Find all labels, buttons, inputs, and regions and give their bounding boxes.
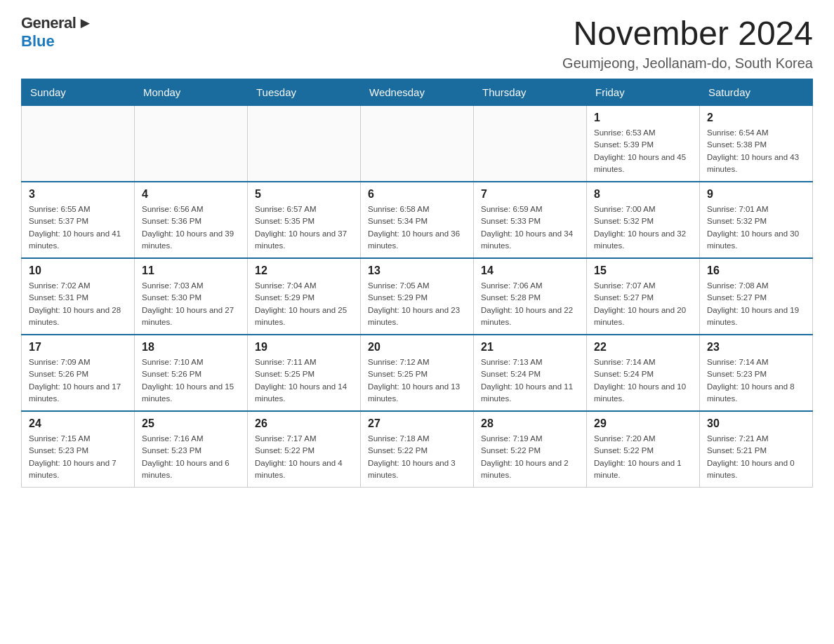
day-info: Sunrise: 7:15 AMSunset: 5:23 PMDaylight:…: [29, 433, 127, 481]
calendar-week-row: 24Sunrise: 7:15 AMSunset: 5:23 PMDayligh…: [22, 411, 813, 488]
calendar-cell: 18Sunrise: 7:10 AMSunset: 5:26 PMDayligh…: [135, 335, 248, 411]
calendar-cell: 19Sunrise: 7:11 AMSunset: 5:25 PMDayligh…: [248, 335, 361, 411]
calendar-cell: 11Sunrise: 7:03 AMSunset: 5:30 PMDayligh…: [135, 258, 248, 335]
calendar-cell: 25Sunrise: 7:16 AMSunset: 5:23 PMDayligh…: [135, 411, 248, 488]
calendar-cell: 4Sunrise: 6:56 AMSunset: 5:36 PMDaylight…: [135, 182, 248, 258]
day-info: Sunrise: 6:54 AMSunset: 5:38 PMDaylight:…: [707, 127, 805, 175]
calendar-cell: 14Sunrise: 7:06 AMSunset: 5:28 PMDayligh…: [474, 258, 587, 335]
day-number: 18: [142, 341, 240, 354]
day-info: Sunrise: 7:10 AMSunset: 5:26 PMDaylight:…: [142, 356, 240, 405]
calendar-cell: 8Sunrise: 7:00 AMSunset: 5:32 PMDaylight…: [587, 182, 700, 258]
calendar-week-row: 10Sunrise: 7:02 AMSunset: 5:31 PMDayligh…: [22, 258, 813, 335]
day-info: Sunrise: 7:09 AMSunset: 5:26 PMDaylight:…: [29, 356, 127, 405]
calendar-cell: 27Sunrise: 7:18 AMSunset: 5:22 PMDayligh…: [361, 411, 474, 488]
calendar-cell: [135, 106, 248, 182]
calendar-cell: 24Sunrise: 7:15 AMSunset: 5:23 PMDayligh…: [22, 411, 135, 488]
calendar-cell: 15Sunrise: 7:07 AMSunset: 5:27 PMDayligh…: [587, 258, 700, 335]
day-number: 22: [594, 341, 692, 354]
calendar-cell: 6Sunrise: 6:58 AMSunset: 5:34 PMDaylight…: [361, 182, 474, 258]
day-number: 9: [707, 188, 805, 201]
day-number: 21: [481, 341, 579, 354]
day-info: Sunrise: 7:02 AMSunset: 5:31 PMDaylight:…: [29, 280, 127, 328]
day-info: Sunrise: 6:57 AMSunset: 5:35 PMDaylight:…: [255, 203, 353, 252]
day-info: Sunrise: 7:00 AMSunset: 5:32 PMDaylight:…: [594, 203, 692, 252]
logo-blue-text: Blue: [21, 32, 55, 51]
day-number: 3: [29, 188, 127, 201]
day-number: 23: [707, 341, 805, 354]
day-number: 26: [255, 417, 353, 430]
month-year-title: November 2024: [562, 14, 813, 53]
day-info: Sunrise: 7:13 AMSunset: 5:24 PMDaylight:…: [481, 356, 579, 405]
day-info: Sunrise: 6:53 AMSunset: 5:39 PMDaylight:…: [594, 127, 692, 175]
day-number: 10: [29, 264, 127, 277]
calendar-cell: 21Sunrise: 7:13 AMSunset: 5:24 PMDayligh…: [474, 335, 587, 411]
day-number: 6: [368, 188, 466, 201]
day-info: Sunrise: 7:07 AMSunset: 5:27 PMDaylight:…: [594, 280, 692, 328]
day-number: 1: [594, 112, 692, 124]
calendar-cell: 26Sunrise: 7:17 AMSunset: 5:22 PMDayligh…: [248, 411, 361, 488]
day-number: 8: [594, 188, 692, 201]
day-info: Sunrise: 7:05 AMSunset: 5:29 PMDaylight:…: [368, 280, 466, 328]
day-number: 16: [707, 264, 805, 277]
day-info: Sunrise: 7:14 AMSunset: 5:23 PMDaylight:…: [707, 356, 805, 405]
calendar-cell: 3Sunrise: 6:55 AMSunset: 5:37 PMDaylight…: [22, 182, 135, 258]
day-info: Sunrise: 6:55 AMSunset: 5:37 PMDaylight:…: [29, 203, 127, 252]
day-number: 13: [368, 264, 466, 277]
calendar-cell: 7Sunrise: 6:59 AMSunset: 5:33 PMDaylight…: [474, 182, 587, 258]
day-number: 20: [368, 341, 466, 354]
day-number: 19: [255, 341, 353, 354]
day-info: Sunrise: 7:06 AMSunset: 5:28 PMDaylight:…: [481, 280, 579, 328]
header-wednesday: Wednesday: [361, 79, 474, 106]
day-number: 25: [142, 417, 240, 430]
day-number: 4: [142, 188, 240, 201]
day-number: 5: [255, 188, 353, 201]
calendar-cell: 17Sunrise: 7:09 AMSunset: 5:26 PMDayligh…: [22, 335, 135, 411]
header-saturday: Saturday: [700, 79, 813, 106]
header-sunday: Sunday: [22, 79, 135, 106]
logo: General ► Blue: [21, 14, 93, 51]
day-info: Sunrise: 6:59 AMSunset: 5:33 PMDaylight:…: [481, 203, 579, 252]
calendar-cell: 29Sunrise: 7:20 AMSunset: 5:22 PMDayligh…: [587, 411, 700, 488]
header-monday: Monday: [135, 79, 248, 106]
day-number: 11: [142, 264, 240, 277]
calendar-cell: [22, 106, 135, 182]
day-info: Sunrise: 6:56 AMSunset: 5:36 PMDaylight:…: [142, 203, 240, 252]
calendar-cell: 28Sunrise: 7:19 AMSunset: 5:22 PMDayligh…: [474, 411, 587, 488]
calendar-cell: 5Sunrise: 6:57 AMSunset: 5:35 PMDaylight…: [248, 182, 361, 258]
day-number: 12: [255, 264, 353, 277]
day-number: 17: [29, 341, 127, 354]
day-info: Sunrise: 7:14 AMSunset: 5:24 PMDaylight:…: [594, 356, 692, 405]
calendar-cell: 30Sunrise: 7:21 AMSunset: 5:21 PMDayligh…: [700, 411, 813, 488]
day-info: Sunrise: 6:58 AMSunset: 5:34 PMDaylight:…: [368, 203, 466, 252]
header-tuesday: Tuesday: [248, 79, 361, 106]
calendar-cell: [361, 106, 474, 182]
day-info: Sunrise: 7:19 AMSunset: 5:22 PMDaylight:…: [481, 433, 579, 481]
calendar-table: Sunday Monday Tuesday Wednesday Thursday…: [21, 79, 813, 488]
day-number: 14: [481, 264, 579, 277]
day-info: Sunrise: 7:21 AMSunset: 5:21 PMDaylight:…: [707, 433, 805, 481]
day-info: Sunrise: 7:04 AMSunset: 5:29 PMDaylight:…: [255, 280, 353, 328]
day-number: 29: [594, 417, 692, 430]
day-number: 24: [29, 417, 127, 430]
calendar-cell: 13Sunrise: 7:05 AMSunset: 5:29 PMDayligh…: [361, 258, 474, 335]
day-info: Sunrise: 7:20 AMSunset: 5:22 PMDaylight:…: [594, 433, 692, 481]
header-friday: Friday: [587, 79, 700, 106]
calendar-week-row: 17Sunrise: 7:09 AMSunset: 5:26 PMDayligh…: [22, 335, 813, 411]
day-number: 7: [481, 188, 579, 201]
day-info: Sunrise: 7:16 AMSunset: 5:23 PMDaylight:…: [142, 433, 240, 481]
calendar-cell: 10Sunrise: 7:02 AMSunset: 5:31 PMDayligh…: [22, 258, 135, 335]
calendar-cell: [474, 106, 587, 182]
calendar-cell: 2Sunrise: 6:54 AMSunset: 5:38 PMDaylight…: [700, 106, 813, 182]
location-subtitle: Geumjeong, Jeollanam-do, South Korea: [562, 55, 813, 72]
day-number: 28: [481, 417, 579, 430]
day-number: 2: [707, 112, 805, 124]
calendar-cell: 16Sunrise: 7:08 AMSunset: 5:27 PMDayligh…: [700, 258, 813, 335]
day-number: 30: [707, 417, 805, 430]
calendar-cell: 20Sunrise: 7:12 AMSunset: 5:25 PMDayligh…: [361, 335, 474, 411]
day-info: Sunrise: 7:01 AMSunset: 5:32 PMDaylight:…: [707, 203, 805, 252]
day-info: Sunrise: 7:12 AMSunset: 5:25 PMDaylight:…: [368, 356, 466, 405]
day-info: Sunrise: 7:03 AMSunset: 5:30 PMDaylight:…: [142, 280, 240, 328]
calendar-header-row: Sunday Monday Tuesday Wednesday Thursday…: [22, 79, 813, 106]
day-info: Sunrise: 7:08 AMSunset: 5:27 PMDaylight:…: [707, 280, 805, 328]
page-header: General ► Blue November 2024 Geumjeong, …: [21, 14, 813, 72]
